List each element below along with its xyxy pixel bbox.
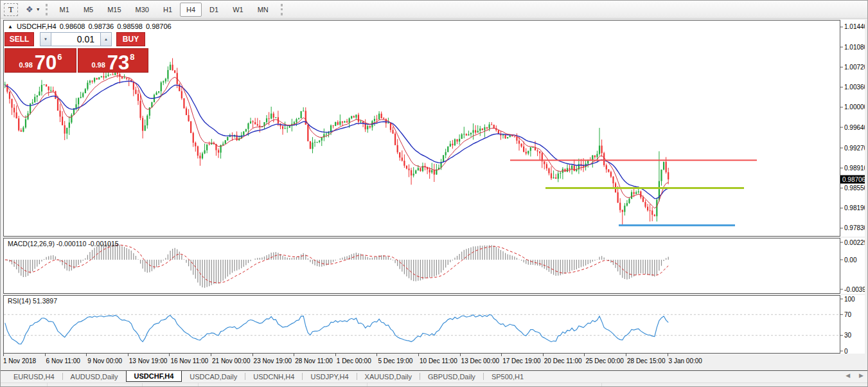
price-axis-tick: 1.00360 [844, 84, 865, 91]
macd-axis-tick: 0.002297 [844, 239, 865, 246]
sell-price-small: 0.98 [19, 61, 32, 69]
sell-price-display[interactable]: 0.98 70 6 [4, 48, 76, 73]
time-label: 5 Dec 19:00 [378, 357, 412, 364]
timeframe-button-h1[interactable]: H1 [157, 3, 179, 17]
macd-panel[interactable]: 0.0022970.00-0.003904 MACD(12,26,9) -0.0… [3, 238, 865, 294]
tab-scroll-buttons: ◀ ▶ [846, 372, 864, 379]
rsi-axis-tick: 30 [844, 332, 852, 339]
time-axis[interactable]: 1 Nov 20186 Nov 11:009 Nov 00:0013 Nov 1… [3, 354, 865, 368]
time-tick [128, 354, 128, 356]
timeframe-button-mn[interactable]: MN [251, 3, 275, 17]
time-tick [211, 354, 211, 356]
ohlc-high-value: 0.98736 [88, 22, 114, 30]
macd-canvas[interactable]: 0.0022970.00-0.003904 [3, 238, 865, 294]
time-tick [86, 354, 87, 356]
time-tick [294, 354, 294, 356]
sell-price-sup: 6 [57, 52, 62, 62]
time-label: 17 Dec 19:00 [502, 357, 541, 364]
one-click-trading-panel: SELL ▼ 0.01 ▲ BUY 0.98 70 6 0.98 73 8 [4, 32, 150, 73]
time-label: 25 Dec 00:00 [585, 357, 624, 364]
time-tick [45, 354, 46, 356]
time-tick [335, 354, 336, 356]
tab-scroll-right-icon[interactable]: ▶ [859, 372, 864, 379]
buy-price-sup: 8 [130, 52, 134, 62]
toolbar: T ❖ ▼ M1M5M15M30H1H4D1W1MN [1, 1, 867, 19]
lot-size-input[interactable]: 0.01 [51, 32, 100, 46]
time-tick [3, 354, 4, 356]
rsi-panel[interactable]: 10070300 RSI(14) 51.3897 [3, 295, 865, 354]
tab-usdcnh-h4[interactable]: USDCNH,H4 [245, 371, 302, 382]
status-strip [1, 382, 867, 387]
time-label: 28 Dec 15:00 [627, 357, 666, 364]
price-axis-tick: 0.98550 [844, 184, 865, 192]
text-label-tool-icon[interactable]: T [4, 3, 18, 16]
price-axis-tick: 1.00720 [844, 64, 865, 71]
terminal-window: T ❖ ▼ M1M5M15M30H1H4D1W1MN 1.014401.0108… [0, 0, 868, 387]
rsi-axis-tick: 100 [844, 296, 855, 303]
arrows-tool-icon: ❖ [26, 4, 33, 14]
tab-scroll-left-icon[interactable]: ◀ [846, 372, 850, 379]
buy-button[interactable]: BUY [116, 32, 145, 46]
timeframe-button-w1[interactable]: W1 [226, 3, 250, 17]
price-chart-panel[interactable]: 1.014401.010801.007201.003601.000000.996… [3, 20, 865, 237]
rsi-canvas[interactable]: 10070300 [3, 295, 865, 354]
time-label: 10 Dec 11:00 [420, 357, 457, 364]
time-tick [501, 354, 502, 356]
rsi-axis-tick: 0 [844, 348, 848, 354]
tab-usdcad-daily[interactable]: USDCAD,Daily [182, 371, 245, 382]
arrows-tool-button[interactable]: ❖ ▼ [26, 4, 40, 14]
time-tick [460, 354, 461, 356]
chevron-down-icon: ▼ [36, 7, 40, 12]
current-price-value: 0.98706 [842, 176, 865, 183]
price-axis-tick: 0.97830 [844, 224, 865, 231]
timeframe-buttons: M1M5M15M30H1H4D1W1MN [53, 3, 276, 17]
ohlc-open-value: 0.98608 [60, 22, 85, 30]
time-label: 9 Nov 00:00 [87, 357, 122, 364]
chart-tabs-bar: EURUSD,H4AUDUSD,DailyUSDCHF,H4USDCAD,Dai… [1, 370, 867, 382]
timeframe-button-m5[interactable]: M5 [77, 3, 100, 17]
sell-price-big: 70 [35, 53, 57, 72]
time-tick [543, 354, 544, 356]
tab-gbpusd-daily[interactable]: GBPUSD,Daily [420, 371, 483, 382]
timeframe-button-m30[interactable]: M30 [129, 3, 155, 17]
price-axis-tick: 0.98190 [844, 204, 865, 212]
ohlc-low-value: 0.98598 [117, 22, 143, 30]
time-label: 1 Dec 00:00 [337, 357, 371, 364]
time-label: 13 Dec 00:00 [461, 357, 500, 364]
collapse-triangle-icon[interactable]: ▲ [8, 24, 13, 30]
time-label: 20 Dec 11:00 [544, 357, 582, 364]
tab-audusd-daily[interactable]: AUDUSD,Daily [63, 371, 126, 382]
toolbar-grip [46, 4, 48, 15]
timeframe-button-h4[interactable]: H4 [180, 3, 202, 17]
time-tick [376, 354, 377, 356]
tab-eurusd-h4[interactable]: EURUSD,H4 [6, 371, 62, 382]
rsi-axis-tick: 70 [844, 311, 852, 318]
toolbar-grip-2 [281, 4, 283, 15]
time-label: 6 Nov 11:00 [46, 357, 80, 364]
buy-price-display[interactable]: 0.98 73 8 [78, 48, 148, 73]
tab-xauusd-daily[interactable]: XAUUSD,Daily [357, 371, 420, 382]
lot-increase-button[interactable]: ▲ [100, 32, 112, 46]
tab-sp500-h1[interactable]: SP500,H1 [484, 371, 531, 382]
tab-usdjpy-h4[interactable]: USDJPY,H4 [303, 371, 356, 382]
time-label: 3 Jan 00:00 [669, 357, 702, 364]
timeframe-button-d1[interactable]: D1 [203, 3, 225, 17]
timeframe-button-m15[interactable]: M15 [101, 3, 127, 17]
tab-usdchf-h4[interactable]: USDCHF,H4 [126, 371, 182, 382]
time-tick [418, 354, 419, 356]
time-tick [626, 354, 626, 356]
time-label: 16 Nov 11:00 [170, 357, 208, 364]
macd-indicator-label: MACD(12,26,9) -0.000110 -0.001015 [8, 240, 119, 248]
macd-axis-tick: -0.003904 [844, 286, 865, 293]
time-tick [668, 354, 668, 356]
price-axis-tick: 0.99640 [844, 124, 865, 131]
ohlc-close-value: 0.98706 [146, 22, 172, 30]
price-axis-tick: 0.98910 [844, 165, 865, 172]
timeframe-button-m1[interactable]: M1 [53, 3, 76, 17]
price-axis-tick: 1.00000 [844, 104, 865, 111]
lot-decrease-button[interactable]: ▼ [40, 32, 51, 46]
time-label: 13 Nov 19:00 [129, 357, 168, 364]
sell-button[interactable]: SELL [4, 32, 34, 46]
time-label: 23 Nov 19:00 [254, 357, 292, 364]
time-tick [252, 354, 253, 356]
